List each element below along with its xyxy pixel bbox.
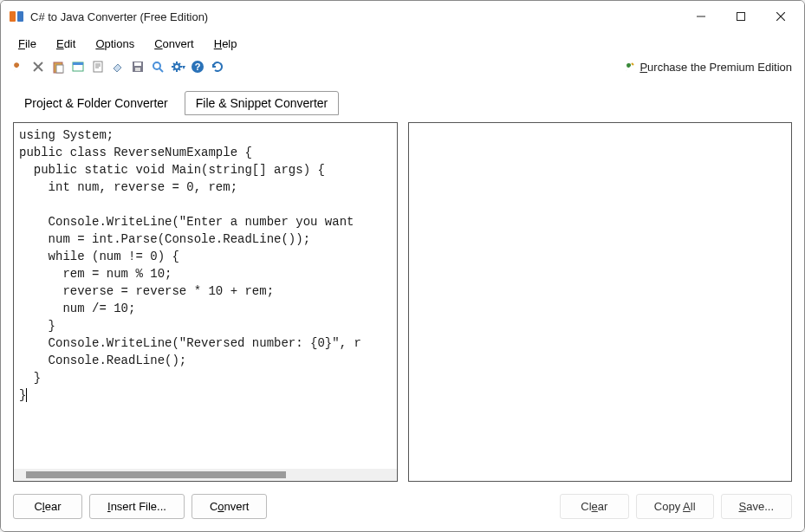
input-code-text[interactable]: using System; public class ReverseNumExa… [14, 123, 397, 469]
document-icon[interactable] [89, 58, 107, 75]
clear-input-button[interactable]: Clear [13, 494, 82, 519]
menu-file[interactable]: File [10, 35, 45, 53]
paste-icon[interactable] [49, 58, 67, 75]
menu-convert[interactable]: Convert [146, 35, 203, 53]
toolbar: ▾ ? Purchase the Premium Edition [1, 55, 804, 79]
close-icon [776, 12, 785, 21]
svg-rect-2 [56, 65, 63, 73]
clear-output-button[interactable]: Clear [560, 494, 629, 519]
minimize-icon [697, 12, 705, 21]
scrollbar-thumb[interactable] [26, 471, 286, 478]
wrench-icon[interactable] [10, 58, 27, 75]
premium-link[interactable]: Purchase the Premium Edition [624, 61, 795, 74]
input-code-pane[interactable]: using System; public class ReverseNumExa… [13, 122, 398, 482]
svg-point-9 [153, 62, 160, 69]
app-icon [10, 10, 23, 23]
svg-rect-5 [94, 62, 102, 72]
app-window: C# to Java Converter (Free Edition) File… [0, 0, 805, 532]
svg-text:?: ? [195, 62, 201, 72]
svg-rect-0 [737, 13, 745, 21]
tab-project-folder[interactable]: Project & Folder Converter [13, 91, 179, 115]
close-button[interactable] [761, 3, 801, 30]
maximize-icon [737, 12, 745, 21]
tab-list: Project & Folder Converter File & Snippe… [1, 79, 804, 115]
maximize-button[interactable] [721, 3, 761, 30]
save-button[interactable]: Save... [721, 494, 792, 519]
button-bar: Clear Insert File... Convert Clear Copy … [1, 485, 804, 531]
window-icon[interactable] [69, 58, 87, 75]
titlebar: C# to Java Converter (Free Edition) [1, 1, 804, 32]
window-controls [681, 3, 801, 30]
gear-icon[interactable]: ▾ [169, 58, 186, 75]
menu-help[interactable]: Help [205, 35, 246, 53]
input-hscrollbar[interactable] [14, 469, 397, 481]
refresh-icon[interactable] [209, 58, 226, 75]
output-code-text[interactable] [409, 123, 792, 481]
window-title: C# to Java Converter (Free Edition) [30, 10, 681, 23]
content-area: using System; public class ReverseNumExa… [1, 115, 804, 485]
minimize-button[interactable] [681, 3, 721, 30]
convert-button[interactable]: Convert [192, 494, 268, 519]
close-action-icon[interactable] [29, 58, 47, 75]
menu-options[interactable]: Options [87, 35, 143, 53]
menu-edit[interactable]: Edit [48, 35, 84, 53]
svg-rect-7 [134, 62, 141, 66]
svg-point-10 [174, 64, 179, 69]
insert-file-button[interactable]: Insert File... [89, 494, 185, 519]
svg-rect-8 [135, 68, 140, 71]
chevron-down-icon: ▾ [182, 63, 185, 71]
help-icon[interactable]: ? [189, 58, 206, 75]
eraser-icon[interactable] [109, 58, 127, 75]
copy-all-button[interactable]: Copy All [636, 494, 714, 519]
output-code-pane[interactable] [408, 122, 793, 482]
svg-rect-4 [73, 62, 83, 65]
search-icon[interactable] [149, 58, 166, 75]
menubar: File Edit Options Convert Help [1, 32, 804, 55]
text-cursor [26, 388, 27, 402]
premium-icon [624, 61, 636, 73]
tab-file-snippet[interactable]: File & Snippet Converter [185, 91, 340, 115]
save-icon[interactable] [129, 58, 146, 75]
